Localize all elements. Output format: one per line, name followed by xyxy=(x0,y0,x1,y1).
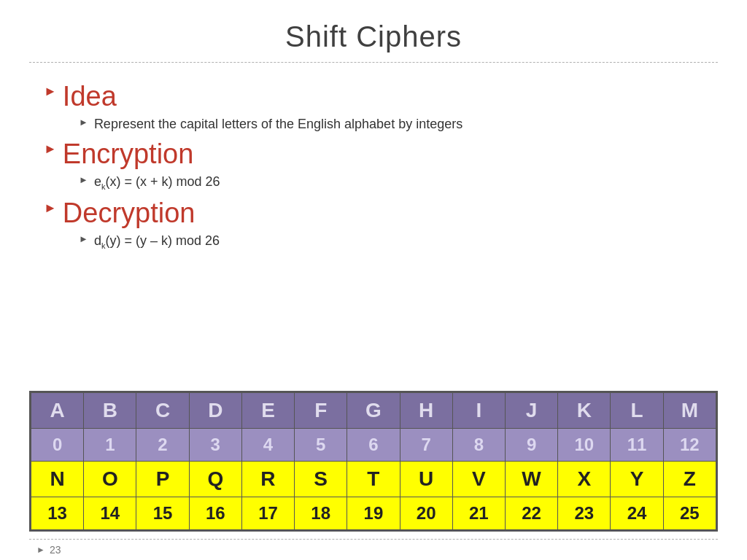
cell-Z: Z xyxy=(663,462,716,497)
cell-B: B xyxy=(84,393,136,429)
cell-15: 15 xyxy=(136,497,189,530)
bullet-decryption-sub1: ► dk(y) = (y – k) mod 26 xyxy=(79,232,703,252)
cell-O: O xyxy=(84,462,136,497)
cell-A: A xyxy=(31,393,84,429)
cipher-table: A B C D E F G H I J K L M 0 1 2 3 4 5 xyxy=(31,392,716,530)
bullet-label-idea: Idea xyxy=(63,82,117,112)
cell-23: 23 xyxy=(558,497,611,530)
cell-H: H xyxy=(400,393,452,429)
bullet-arrow-encryption: ► xyxy=(44,142,57,155)
page-number: 23 xyxy=(50,544,61,556)
bullet-arrow-decryption: ► xyxy=(44,201,57,214)
footer-arrow-icon: ► xyxy=(36,545,45,555)
cell-17: 17 xyxy=(241,497,294,530)
cell-22: 22 xyxy=(505,497,557,530)
bullet-text-idea-sub1: Represent the capital letters of the Eng… xyxy=(94,115,462,133)
table-row-top-numbers: 0 1 2 3 4 5 6 7 8 9 10 11 12 xyxy=(31,429,716,462)
cell-C: C xyxy=(136,393,189,429)
cell-E: E xyxy=(241,393,294,429)
cell-16: 16 xyxy=(189,497,241,530)
cell-Y: Y xyxy=(611,462,663,497)
content-area: ► Idea ► Represent the capital letters o… xyxy=(0,63,747,382)
cell-I: I xyxy=(452,393,505,429)
cell-25: 25 xyxy=(663,497,716,530)
cell-9: 9 xyxy=(505,429,557,462)
cell-18: 18 xyxy=(295,497,347,530)
cell-P: P xyxy=(136,462,189,497)
bullet-idea-sub1: ► Represent the capital letters of the E… xyxy=(79,115,703,133)
cell-Q: Q xyxy=(189,462,241,497)
bullet-text-encryption-sub1: ek(x) = (x + k) mod 26 xyxy=(94,173,220,192)
cell-M: M xyxy=(663,393,716,429)
cell-T: T xyxy=(347,462,400,497)
bullet-encryption: ► Encryption xyxy=(44,139,703,170)
bullet-idea: ► Idea xyxy=(44,82,703,112)
cell-J: J xyxy=(505,393,557,429)
cell-R: R xyxy=(241,462,294,497)
bullet-text-decryption-sub1: dk(y) = (y – k) mod 26 xyxy=(94,232,220,252)
slide-title: Shift Ciphers xyxy=(285,20,462,52)
cell-12: 12 xyxy=(663,429,716,462)
cell-F: F xyxy=(295,393,347,429)
cell-1: 1 xyxy=(84,429,136,462)
bullet-label-encryption: Encryption xyxy=(63,139,194,170)
slide: Shift Ciphers ► Idea ► Represent the cap… xyxy=(0,0,747,560)
cell-5: 5 xyxy=(295,429,347,462)
cell-U: U xyxy=(400,462,452,497)
cell-D: D xyxy=(189,393,241,429)
cell-2: 2 xyxy=(136,429,189,462)
cell-14: 14 xyxy=(84,497,136,530)
cell-20: 20 xyxy=(400,497,452,530)
cell-4: 4 xyxy=(241,429,294,462)
cell-10: 10 xyxy=(558,429,611,462)
table-row-top-letters: A B C D E F G H I J K L M xyxy=(31,393,716,429)
cell-V: V xyxy=(452,462,505,497)
table-row-bottom-numbers: 13 14 15 16 17 18 19 20 21 22 23 24 25 xyxy=(31,497,716,530)
cell-X: X xyxy=(558,462,611,497)
cell-K: K xyxy=(558,393,611,429)
cipher-table-container: A B C D E F G H I J K L M 0 1 2 3 4 5 xyxy=(29,391,718,532)
bullet-encryption-sub1: ► ek(x) = (x + k) mod 26 xyxy=(79,173,703,192)
bullet-arrow-idea: ► xyxy=(44,85,57,98)
cell-G: G xyxy=(347,393,400,429)
table-row-bottom-letters: N O P Q R S T U V W X Y Z xyxy=(31,462,716,497)
cell-24: 24 xyxy=(611,497,663,530)
bullet-label-decryption: Decryption xyxy=(63,198,196,229)
bullet-arrow-encryption-sub1: ► xyxy=(79,175,88,184)
cell-19: 19 xyxy=(347,497,400,530)
cell-11: 11 xyxy=(611,429,663,462)
cell-8: 8 xyxy=(452,429,505,462)
bullet-arrow-decryption-sub1: ► xyxy=(79,234,88,244)
cell-7: 7 xyxy=(400,429,452,462)
cell-0: 0 xyxy=(31,429,84,462)
footer: ► 23 xyxy=(29,539,718,560)
cell-N: N xyxy=(31,462,84,497)
bullet-decryption: ► Decryption xyxy=(44,198,703,229)
cell-S: S xyxy=(295,462,347,497)
cell-3: 3 xyxy=(189,429,241,462)
cell-6: 6 xyxy=(347,429,400,462)
cell-13: 13 xyxy=(31,497,84,530)
bullet-arrow-idea-sub1: ► xyxy=(79,117,88,127)
title-area: Shift Ciphers xyxy=(0,0,747,62)
cell-21: 21 xyxy=(452,497,505,530)
cell-W: W xyxy=(505,462,557,497)
cell-L: L xyxy=(611,393,663,429)
